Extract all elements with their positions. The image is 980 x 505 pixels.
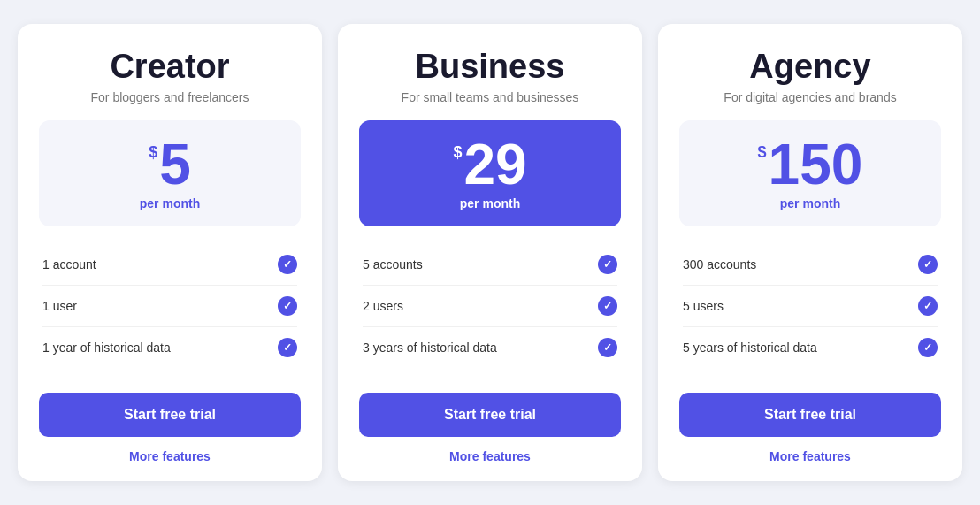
more-features-link-business[interactable]: More features xyxy=(449,449,531,463)
feature-item: 5 years of historical data xyxy=(683,327,938,368)
plan-name-creator: Creator xyxy=(39,49,301,86)
plan-header-creator: CreatorFor bloggers and freelancers xyxy=(18,24,322,121)
trial-button-agency[interactable]: Start free trial xyxy=(679,393,941,437)
feature-text: 1 year of historical data xyxy=(42,340,171,355)
plan-price-section-business: $29per month xyxy=(359,120,621,226)
features-list-agency: 300 accounts5 users5 years of historical… xyxy=(658,226,962,386)
feature-item: 3 years of historical data xyxy=(363,327,617,368)
plan-header-agency: AgencyFor digital agencies and brands xyxy=(658,24,962,121)
features-list-business: 5 accounts2 users3 years of historical d… xyxy=(338,226,642,386)
pricing-container: CreatorFor bloggers and freelancers$5per… xyxy=(18,24,962,482)
plan-desc-agency: For digital agencies and brands xyxy=(679,90,941,104)
plan-desc-business: For small teams and businesses xyxy=(359,90,621,104)
plan-name-agency: Agency xyxy=(679,49,941,86)
period-creator: per month xyxy=(53,196,287,210)
feature-text: 1 user xyxy=(42,299,77,313)
plan-name-business: Business xyxy=(359,49,621,86)
more-features-link-creator[interactable]: More features xyxy=(129,449,211,463)
plan-card-creator: CreatorFor bloggers and freelancers$5per… xyxy=(18,24,322,482)
plan-footer-business: Start free trialMore features xyxy=(338,386,642,481)
feature-text: 300 accounts xyxy=(683,257,756,272)
plan-card-agency: AgencyFor digital agencies and brands$15… xyxy=(658,24,962,482)
feature-item: 1 account xyxy=(42,244,297,286)
feature-item: 1 user xyxy=(42,286,297,327)
plan-price-section-agency: $150per month xyxy=(679,120,941,226)
feature-text: 3 years of historical data xyxy=(363,340,497,355)
check-icon xyxy=(278,338,297,357)
check-icon xyxy=(598,338,617,357)
feature-text: 5 accounts xyxy=(363,257,423,272)
price-amount-business: 29 xyxy=(463,136,526,193)
check-icon xyxy=(598,296,617,316)
currency-creator: $ xyxy=(149,143,157,162)
check-icon xyxy=(918,296,938,316)
trial-button-creator[interactable]: Start free trial xyxy=(39,393,301,437)
plan-card-business: BusinessFor small teams and businesses$2… xyxy=(338,24,642,482)
feature-item: 5 users xyxy=(683,286,938,327)
check-icon xyxy=(598,255,617,274)
price-amount-agency: 150 xyxy=(769,136,863,193)
check-icon xyxy=(918,255,938,274)
trial-button-business[interactable]: Start free trial xyxy=(359,393,621,437)
features-list-creator: 1 account1 user1 year of historical data xyxy=(18,226,322,386)
currency-business: $ xyxy=(453,143,462,162)
plan-desc-creator: For bloggers and freelancers xyxy=(39,90,301,104)
feature-item: 5 accounts xyxy=(363,244,617,286)
feature-text: 1 account xyxy=(42,257,96,272)
check-icon xyxy=(918,338,938,357)
plan-price-section-creator: $5per month xyxy=(39,120,301,226)
period-agency: per month xyxy=(693,196,927,210)
feature-text: 5 users xyxy=(683,299,724,313)
period-business: per month xyxy=(373,196,607,210)
feature-item: 2 users xyxy=(363,286,617,327)
feature-text: 5 years of historical data xyxy=(683,340,817,355)
check-icon xyxy=(278,296,297,316)
check-icon xyxy=(278,255,297,274)
feature-text: 2 users xyxy=(363,299,403,313)
plan-footer-agency: Start free trialMore features xyxy=(658,386,962,481)
plan-footer-creator: Start free trialMore features xyxy=(18,386,322,481)
price-amount-creator: 5 xyxy=(159,136,191,193)
feature-item: 1 year of historical data xyxy=(42,327,297,368)
currency-agency: $ xyxy=(758,143,767,162)
more-features-link-agency[interactable]: More features xyxy=(769,449,851,463)
feature-item: 300 accounts xyxy=(683,244,938,286)
plan-header-business: BusinessFor small teams and businesses xyxy=(338,24,642,121)
